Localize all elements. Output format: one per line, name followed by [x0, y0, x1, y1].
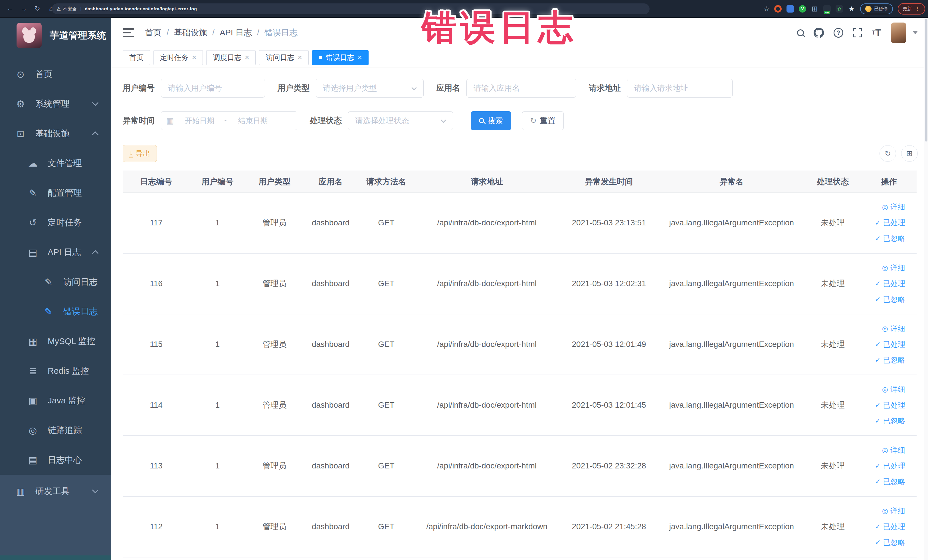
- breadcrumb-item[interactable]: API 日志: [220, 27, 252, 38]
- tab-scheduled-tasks[interactable]: 定时任务 ×: [154, 50, 203, 65]
- mark-processed-link[interactable]: ✓已处理: [875, 461, 905, 471]
- table-row: 114 1 管理员 dashboard GET /api/infra/db-do…: [123, 375, 917, 436]
- forward-icon[interactable]: →: [20, 5, 27, 12]
- kebab-menu-icon[interactable]: ⋮: [915, 6, 920, 12]
- close-icon[interactable]: ×: [245, 53, 249, 62]
- font-size-icon[interactable]: TT: [872, 27, 881, 38]
- mark-ignored-link[interactable]: ✓已忽略: [875, 294, 905, 304]
- sidebar-item-error-log[interactable]: ✎ 错误日志: [0, 297, 111, 327]
- tab-home[interactable]: 首页: [123, 50, 150, 65]
- process-status-select[interactable]: 请选择处理状态: [348, 111, 453, 130]
- filter-label: 请求地址: [589, 83, 621, 93]
- back-icon[interactable]: ←: [6, 5, 14, 12]
- cell-process-status: 未处理: [804, 436, 861, 496]
- user-avatar[interactable]: [891, 23, 906, 43]
- extension-icon-switch[interactable]: on: [823, 5, 831, 12]
- header-actions: ? TT: [797, 23, 918, 43]
- sidebar-menu: ⊙ 首页 ⚙ 系统管理 ⊡ 基础设施 ☁ 文件管理 ✎ 配置管理: [0, 60, 111, 475]
- detail-link[interactable]: ◎详细: [882, 445, 905, 455]
- extension-icon-leaf[interactable]: ✿: [836, 5, 843, 12]
- mark-ignored-link[interactable]: ✓已忽略: [875, 233, 905, 243]
- browser-update-button[interactable]: 更新 ⋮: [898, 3, 925, 15]
- fullscreen-icon[interactable]: [853, 28, 862, 37]
- mark-ignored-link[interactable]: ✓已忽略: [875, 537, 905, 548]
- date-separator: ~: [224, 116, 228, 125]
- sidebar-item-label: 错误日志: [63, 306, 98, 317]
- browser-extensions-area: ☆ V ⊞ on ✿ ★ 已暂停 更新 ⋮: [764, 0, 925, 18]
- end-date-input[interactable]: [230, 116, 276, 125]
- mark-processed-link[interactable]: ✓已处理: [875, 218, 905, 227]
- breadcrumb-item[interactable]: 基础设施: [174, 27, 207, 38]
- tab-access-log[interactable]: 访问日志 ×: [259, 50, 308, 65]
- close-icon[interactable]: ×: [358, 53, 362, 62]
- reset-button[interactable]: ↻ 重置: [522, 111, 564, 130]
- detail-link[interactable]: ◎详细: [882, 385, 905, 395]
- detail-link[interactable]: ◎详细: [882, 202, 905, 212]
- sidebar-item-config-management[interactable]: ✎ 配置管理: [0, 178, 111, 208]
- mark-processed-link[interactable]: ✓已处理: [875, 279, 905, 289]
- sidebar-item-file-management[interactable]: ☁ 文件管理: [0, 148, 111, 178]
- sidebar-item-trace[interactable]: ◎ 链路追踪: [0, 415, 111, 445]
- sidebar-toggle-icon[interactable]: [123, 28, 134, 37]
- detail-link[interactable]: ◎详细: [882, 324, 905, 334]
- reload-icon[interactable]: ↻: [34, 5, 41, 12]
- scrollbar-thumb[interactable]: [925, 19, 927, 142]
- mark-ignored-link[interactable]: ✓已忽略: [875, 355, 905, 365]
- bookmark-star-icon[interactable]: ☆: [764, 5, 769, 12]
- ignored-label: 已忽略: [883, 477, 905, 487]
- user-id-input[interactable]: [161, 79, 265, 98]
- sidebar-item-home[interactable]: ⊙ 首页: [0, 60, 111, 89]
- mark-ignored-link[interactable]: ✓已忽略: [875, 416, 905, 426]
- avatar-caret-icon[interactable]: [913, 31, 918, 34]
- column-settings-button[interactable]: ⊞: [901, 145, 918, 162]
- sidebar-item-api-log[interactable]: ▤ API 日志: [0, 237, 111, 267]
- sidebar-item-access-log[interactable]: ✎ 访问日志: [0, 267, 111, 297]
- sidebar-item-mysql-monitor[interactable]: ▦ MySQL 监控: [0, 327, 111, 356]
- mark-processed-link[interactable]: ✓已处理: [875, 400, 905, 410]
- export-button[interactable]: ↓ 导出: [123, 145, 157, 162]
- user-type-select[interactable]: 请选择用户类型: [316, 79, 424, 98]
- close-icon[interactable]: ×: [298, 53, 302, 62]
- close-icon[interactable]: ×: [192, 53, 196, 62]
- page-scrollbar[interactable]: [924, 18, 928, 560]
- sidebar-item-dev-tools[interactable]: ▥ 研发工具: [0, 476, 111, 506]
- page-content: 用户编号 用户类型 请选择用户类型 应用名 请求地址: [111, 67, 928, 557]
- extension-icon-grid[interactable]: ⊞: [811, 5, 818, 12]
- help-icon[interactable]: ?: [833, 28, 843, 38]
- sidebar-item-redis-monitor[interactable]: ≣ Redis 监控: [0, 356, 111, 386]
- tab-dispatch-log[interactable]: 调度日志 ×: [206, 50, 256, 65]
- extension-icon-star[interactable]: ★: [848, 5, 855, 12]
- extension-icon-shield[interactable]: [786, 5, 794, 12]
- refresh-table-button[interactable]: ↻: [879, 145, 896, 162]
- breadcrumb-item[interactable]: 首页: [145, 27, 162, 38]
- search-button[interactable]: 搜索: [471, 111, 511, 130]
- mark-processed-link[interactable]: ✓已处理: [875, 339, 905, 349]
- sidebar-item-java-monitor[interactable]: ▣ Java 监控: [0, 386, 111, 415]
- filter-user-id: 用户编号: [123, 79, 265, 98]
- sidebar-item-system-management[interactable]: ⚙ 系统管理: [0, 89, 111, 119]
- detail-link[interactable]: ◎详细: [882, 263, 905, 273]
- table-row: 116 1 管理员 dashboard GET /api/infra/db-do…: [123, 253, 917, 314]
- request-url-input[interactable]: [627, 79, 733, 98]
- app-name-input[interactable]: [466, 79, 576, 98]
- extension-icon-v[interactable]: V: [799, 5, 806, 12]
- cell-user-type: 管理员: [245, 375, 304, 436]
- mark-ignored-link[interactable]: ✓已忽略: [875, 477, 905, 487]
- date-range-picker[interactable]: ▦ ~: [161, 111, 297, 130]
- search-icon[interactable]: [797, 29, 804, 36]
- cell-exception-time: 2021-05-03 12:01:49: [559, 314, 659, 375]
- detail-link[interactable]: ◎详细: [882, 506, 905, 516]
- tab-label: 首页: [129, 53, 143, 62]
- sidebar-item-scheduled-tasks[interactable]: ↺ 定时任务: [0, 208, 111, 237]
- breadcrumb-current: 错误日志: [264, 27, 298, 38]
- sidebar-item-infrastructure[interactable]: ⊡ 基础设施: [0, 119, 111, 148]
- mark-processed-link[interactable]: ✓已处理: [875, 522, 905, 532]
- cell-user-id: 1: [190, 192, 245, 253]
- start-date-input[interactable]: [177, 116, 222, 125]
- github-icon[interactable]: [814, 27, 824, 38]
- export-button-label: 导出: [136, 149, 150, 159]
- sidebar-item-log-center[interactable]: ▤ 日志中心: [0, 445, 111, 475]
- extension-paused-pill[interactable]: 已暂停: [860, 3, 893, 14]
- tab-error-log[interactable]: 错误日志 ×: [312, 50, 369, 65]
- extension-icon-ring[interactable]: [774, 5, 781, 12]
